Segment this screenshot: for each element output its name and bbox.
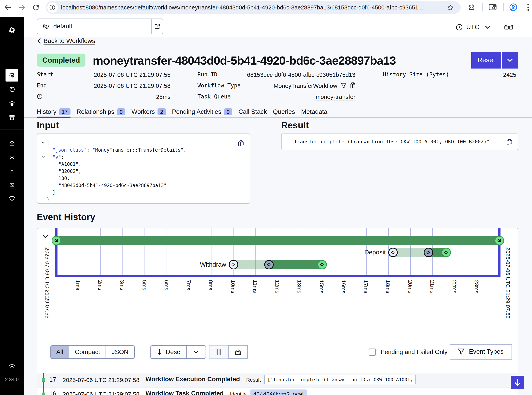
timeline-axis-label: 22ms <box>451 280 457 293</box>
reset-dropdown-toggle[interactable] <box>501 52 518 69</box>
namespace-select-main[interactable]: default <box>37 19 151 34</box>
reset-button-label[interactable]: Reset <box>471 52 501 69</box>
sidebar-item-import[interactable] <box>8 168 15 175</box>
copy-icon-button[interactable] <box>350 82 355 88</box>
theme-toggle[interactable] <box>8 362 15 369</box>
copy-icon[interactable] <box>506 139 512 145</box>
timeline-axis-label: 21ms <box>429 280 435 293</box>
timeline-node-completed[interactable] <box>441 248 451 257</box>
workflow-title-row: Completed moneytransfer-48043d0d-5b41-49… <box>37 52 518 69</box>
reload-icon <box>32 4 39 11</box>
namespace-open-button[interactable] <box>151 19 163 34</box>
tab-label: History <box>37 108 56 115</box>
back-link-label: Back to Workflows <box>44 37 95 44</box>
json-collapse-chevron[interactable] <box>41 154 45 159</box>
download-events-button[interactable] <box>228 345 248 359</box>
pending-failed-label: Pending and Failed Only <box>381 349 448 356</box>
timeline-node-started[interactable] <box>264 260 274 269</box>
timeline-axis-label: 15ms <box>318 280 324 293</box>
labs-mode-toggle[interactable] <box>504 22 514 32</box>
browser-menu-button[interactable] <box>522 2 532 13</box>
filter-funnel-icon[interactable] <box>340 82 346 88</box>
extensions-button[interactable] <box>466 2 477 13</box>
timeline-start-date: 2025-07-06 UTC 21:29:07.55 <box>44 247 50 318</box>
tab-queries[interactable]: Queries <box>273 107 295 117</box>
detail-value-link[interactable]: MoneyTransferWorkflow <box>274 82 337 89</box>
forward-arrow-icon <box>18 4 25 11</box>
event-row[interactable]: 172025-07-06 UTC 21:29:07.58Workflow Exe… <box>37 373 518 388</box>
sidebar-item-workflows[interactable] <box>5 69 18 82</box>
view-mode-compact[interactable]: Compact <box>69 346 106 358</box>
timeline-node-workflow[interactable] <box>52 236 61 245</box>
timeline-node-scheduled[interactable] <box>229 260 238 269</box>
workflows-icon <box>8 72 15 79</box>
pause-autorefresh-button[interactable] <box>209 345 228 359</box>
copy-icon[interactable] <box>350 82 355 88</box>
copy-icon[interactable] <box>238 140 244 147</box>
namespace-select[interactable]: default <box>37 18 163 34</box>
timeline-axis-label: 11ms <box>252 280 258 293</box>
event-id-link[interactable]: 17 <box>49 376 56 383</box>
filter-icon-button[interactable] <box>340 82 346 88</box>
pending-failed-filter[interactable]: Pending and Failed Only <box>369 348 448 356</box>
workflow-details: Start2025-07-06 UTC 21:29:07.55End2025-0… <box>37 69 518 103</box>
json-token: "B2002", <box>59 169 81 174</box>
timeline-node-started[interactable] <box>424 248 433 257</box>
sidebar-item-batch-operations[interactable] <box>8 154 15 161</box>
timeline-gridline <box>167 228 167 275</box>
detail-value-link[interactable]: money-transfer <box>316 93 355 100</box>
tab-count-badge: 2 <box>157 108 166 115</box>
back-to-workflows-link[interactable]: Back to Workflows <box>37 37 95 45</box>
external-link-icon <box>154 23 160 30</box>
detail-value[interactable]: MoneyTransferWorkflow <box>197 82 355 89</box>
profile-avatar-icon <box>509 3 517 11</box>
pending-failed-checkbox[interactable] <box>369 348 376 356</box>
view-mode-all[interactable]: All <box>51 346 69 358</box>
timeline-node-scheduled[interactable] <box>388 248 398 257</box>
sidebar-item-deployments[interactable] <box>8 100 15 107</box>
timezone-select[interactable]: UTC <box>455 17 491 37</box>
browser-reload-button[interactable] <box>30 2 41 13</box>
timeline-node-workflow[interactable] <box>495 236 504 245</box>
sidebar-item-nexus[interactable] <box>8 140 15 147</box>
site-info-button[interactable] <box>47 2 58 13</box>
detail-value: 2025-07-06 UTC 21:29:07.58 <box>37 82 170 89</box>
tab-metadata[interactable]: Metadata <box>301 107 327 117</box>
tab-pending-activities[interactable]: Pending Activities0 <box>172 107 232 117</box>
tab-relationships[interactable]: Relationships0 <box>77 107 126 117</box>
tab-workers[interactable]: Workers2 <box>132 107 166 117</box>
json-key: "json_class" <box>53 147 87 153</box>
view-mode-json[interactable]: JSON <box>106 346 134 358</box>
event-id-link[interactable]: 16 <box>49 390 56 395</box>
timeline-node-completed[interactable] <box>317 260 327 269</box>
reset-button[interactable]: Reset <box>471 52 518 69</box>
event-field-value: ["Transfer complete (transaction IDs: OK… <box>264 375 416 384</box>
scroll-to-bottom-button[interactable] <box>511 376 524 389</box>
sidebar-item-schedules[interactable] <box>8 86 15 93</box>
input-json: {"json_class": "MoneyTransfer::TransferD… <box>37 139 250 203</box>
detail-value[interactable]: money-transfer <box>197 93 355 100</box>
address-bar[interactable]: localhost:8080/namespaces/default/workfl… <box>46 1 461 14</box>
sidebar-item-feedback[interactable] <box>8 195 15 201</box>
tab-call-stack[interactable]: Call Stack <box>238 107 267 117</box>
main-content: Back to Workflows Completed moneytransfe… <box>24 37 532 395</box>
browser-forward-button[interactable] <box>16 2 27 13</box>
tab-label: Call Stack <box>238 108 267 115</box>
event-row[interactable]: 162025-07-06 UTC 21:29:07.58Workflow Tas… <box>37 388 518 395</box>
sort-order-button[interactable]: Desc <box>151 346 186 358</box>
profile-button[interactable] <box>508 2 519 13</box>
json-collapse-chevron[interactable] <box>41 140 45 145</box>
event-timestamp: 2025-07-06 UTC 21:29:07.58 <box>63 390 139 395</box>
tab-label: Workers <box>132 108 155 115</box>
browser-back-button[interactable] <box>2 2 13 13</box>
tab-history[interactable]: History17 <box>37 107 71 117</box>
event-types-filter-button[interactable]: Event Types <box>450 344 512 360</box>
bookmark-star-icon[interactable] <box>447 4 454 11</box>
workflow-node-icon <box>54 238 59 243</box>
sidebar-item-docs[interactable] <box>8 182 15 189</box>
timeline-collapse-chevron[interactable] <box>42 235 48 238</box>
sort-order-dropdown[interactable] <box>186 346 205 358</box>
sidebar-item-archive[interactable] <box>8 114 15 121</box>
tab-search-button[interactable] <box>487 2 498 13</box>
detail-row: Workflow TypeMoneyTransferWorkflow <box>197 81 355 90</box>
